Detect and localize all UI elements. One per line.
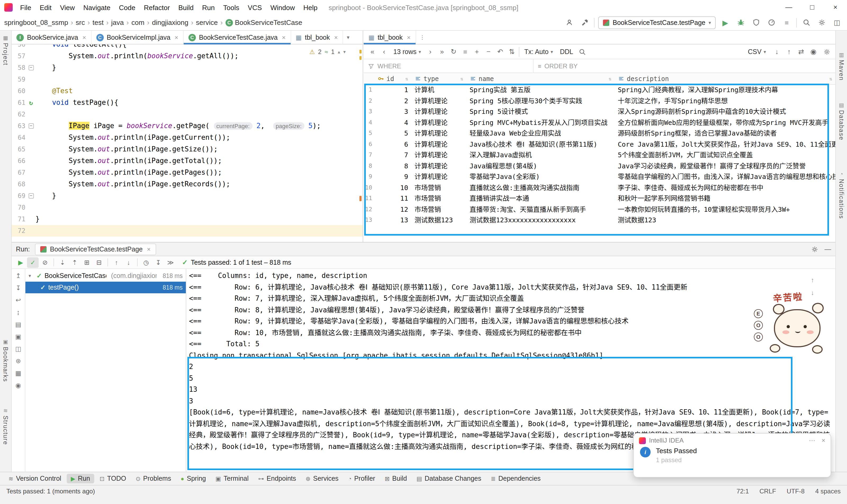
expand-all-icon[interactable]: ⊞ [81,257,93,268]
column-header-name[interactable]: name⇅ [466,73,615,84]
grid-search-icon[interactable] [578,46,587,57]
cell-name[interactable]: Java核心技术 卷Ⅰ 基础知识(原书第11版) [466,139,615,150]
soft-wrap-icon[interactable]: ↩ [14,296,22,304]
build-hammer-icon[interactable] [579,17,591,28]
tx-mode-select[interactable]: Tx: Auto ▾ [522,48,555,55]
cell-name[interactable]: Spring 5核心原理与30个类手写实践 [466,95,615,106]
import-data-icon[interactable]: ↑ [785,46,794,57]
table-row[interactable]: 66计算机理论Java核心技术 卷Ⅰ 基础知识(原书第11版)Core Java… [364,139,835,150]
table-row[interactable]: 44计算机理论Spring MVC+Mybatis开发从入门到项目实战全方位解析… [364,117,835,128]
table-row[interactable]: 33计算机理论Spring 5设计模式深入Spring源码剖析Spring源码中… [364,106,835,117]
toolwindow-button-maven[interactable]: ▥Maven [836,52,847,81]
cell-description[interactable]: 源码级剖析Spring框架，适合已掌握Java基础的读者 [615,128,835,139]
cell-description[interactable]: Spring入门经典教程，深入理解Spring原理技术内幕 [615,85,835,95]
scroll-up-icon[interactable]: ↑ [811,276,814,284]
next-problem-icon[interactable]: ▾ [343,49,346,55]
editor-tab-bookserviceimpl-java[interactable]: CBookServiceImpl.java× [91,31,183,44]
csv-format-select[interactable]: CSV ▾ [746,48,768,55]
code-line[interactable]: 68 System.out.println(iPage.getRecords()… [12,178,363,190]
column-header-description[interactable]: description⇅ [615,73,835,84]
menu-item-build[interactable]: Build [174,3,198,12]
code-line[interactable]: 69− } [12,190,363,202]
status-72-1[interactable]: 72:1 [737,488,749,495]
code-line[interactable]: 58− } [12,62,363,74]
run-configuration-select[interactable]: BookServiceTestCase.testPage ▾ [598,16,716,29]
code-line[interactable]: 65 System.out.println(iPage.getSize()); [12,143,363,155]
stop-button[interactable]: ■ [781,17,792,28]
profiler-button[interactable] [765,17,777,28]
cell-type[interactable]: 市场营销 [411,193,466,204]
run-content-tab[interactable]: BookServiceTestCase.testPage × [35,243,156,255]
inspections-widget[interactable]: ⚠ 2 ≈ 1 ▴ ▾ [306,47,349,57]
menu-item-view[interactable]: View [56,3,79,12]
more-options-icon[interactable]: ≫ [165,257,176,268]
cell-type[interactable]: 计算机理论 [411,139,466,150]
column-header-type[interactable]: type⇅ [411,73,466,84]
test-history-icon[interactable]: ◷ [140,257,152,268]
import-test-results-icon[interactable]: ↧ [152,257,164,268]
editor-tab-tbl-book[interactable]: ▦tbl_book× [364,31,416,44]
code-line[interactable]: 63− IPage iPage = bookService.getPage( c… [12,120,363,132]
run-test-gutter-icon[interactable]: ↻ [29,97,33,109]
navigate-up-icon[interactable]: ↥ [14,272,22,280]
where-filter-input[interactable]: WHERE [364,59,534,73]
table-row[interactable]: 11计算机Spring实战 第五版Spring入门经典教程，深入理解Spring… [364,85,835,95]
sort-icon[interactable]: ⇅ [829,73,832,85]
cell-type[interactable]: 市场营销 [411,204,466,215]
revert-icon[interactable]: ↶ [496,46,505,57]
menu-item-help[interactable]: Help [299,3,322,12]
hidden-tabs-icon[interactable]: ▾ [343,31,353,44]
fold-icon[interactable]: − [28,123,34,129]
close-tab-icon[interactable]: × [282,34,286,41]
code-line[interactable]: 59 [12,74,363,85]
toolwindow-build[interactable]: ⊠Build [380,474,411,483]
toolwindow-button-structure[interactable]: ≋Structure [0,408,11,445]
cell-id[interactable]: 3 [374,106,411,117]
toolwindow-version-control[interactable]: ≋Version Control [4,474,66,483]
run-settings-gear-icon[interactable] [811,246,818,253]
sort-icon[interactable]: ⇅ [460,73,463,85]
toolwindow-run[interactable]: ▶Run [67,474,94,483]
grid-settings-icon[interactable] [822,46,831,57]
cell-description[interactable]: Java学习必读经典，殿堂级著作！赢得了全球程序员的广泛赞誉 [615,161,835,172]
cell-name[interactable]: 轻量级Java Web企业应用实战 [466,128,615,139]
coverage-button[interactable] [750,17,762,28]
cell-description[interactable]: 一本教你如何玩转直播的书，10堂课轻松实现带货月入3W+ [615,204,835,215]
cell-name[interactable]: 深入理解Java虚拟机 [466,150,615,161]
cell-id[interactable]: 6 [374,139,411,150]
delete-row-icon[interactable]: − [484,46,493,57]
toolwindow-button-project[interactable]: ▦Project [0,35,11,66]
table-row[interactable]: 55计算机理论轻量级Java Web企业应用实战源码级剖析Spring框架，适合… [364,128,835,139]
sort-alphabetically-icon[interactable]: ⇣ [57,257,68,268]
cell-name[interactable]: Spring 5设计模式 [466,106,615,117]
cell-id[interactable]: 4 [374,117,411,128]
sort-by-duration-icon[interactable]: ⇡ [69,257,80,268]
menu-item-edit[interactable]: Edit [35,3,56,12]
cell-name[interactable]: Spring MVC+Mybatis开发从入门到项目实战 [466,117,615,128]
order-by-input[interactable]: ≡ ORDER BY [534,59,582,73]
run-button[interactable]: ▶ [719,17,731,28]
screenshot-icon[interactable]: ▣ [14,332,22,341]
table-row[interactable]: 1111市场营销直播销讲实战一本通和秋叶一起学系列网络营销书籍 [364,193,835,204]
tab-options-icon[interactable]: ⋮ [416,31,429,44]
close-button[interactable]: × [824,0,847,15]
cell-description[interactable]: 测试数据123 [615,215,835,226]
prev-page-icon[interactable]: ‹ [380,46,389,57]
cell-type[interactable]: 计算机理论 [411,95,466,106]
cell-name[interactable]: Java编程思想(第4版) [466,161,615,172]
toolwindow-problems[interactable]: ⊙Problems [131,474,175,483]
toolwindow-dependencies[interactable]: ≣Dependencies [486,474,545,483]
cell-type[interactable]: 计算机理论 [411,117,466,128]
cell-name[interactable]: 直播销讲实战一本通 [466,193,615,204]
previous-occurrence-icon[interactable]: ↑ [111,257,122,268]
ddl-button[interactable]: DDL [558,48,575,55]
breadcrumb-item[interactable]: java [111,19,124,26]
table-row[interactable]: 1313测试数据123测试数据123xxxxxxxxxxxxxxxxx测试数据1… [364,215,835,226]
prev-problem-icon[interactable]: ▴ [338,49,340,55]
status-utf-8[interactable]: UTF-8 [787,488,805,495]
pin-icon[interactable]: ◉ [14,381,22,390]
close-tab-icon[interactable]: × [82,34,86,41]
navigate-down-icon[interactable]: ↧ [14,284,22,292]
cell-description[interactable]: 5个纬度全面剖析JVM，大厂面试知识点全覆盖 [615,150,835,161]
menu-item-tools[interactable]: Tools [219,3,244,12]
